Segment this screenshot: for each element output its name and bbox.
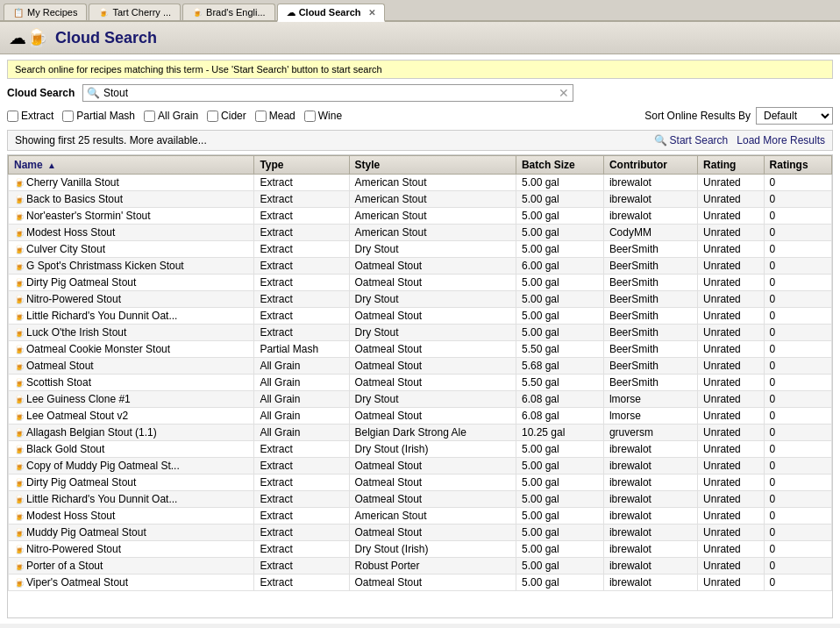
cell-type: All Grain <box>254 425 349 441</box>
sort-select[interactable]: Default Name Rating Batch Size <box>756 107 833 125</box>
start-search-button[interactable]: 🔍 Start Search <box>654 134 729 146</box>
cell-rating: Unrated <box>698 475 765 491</box>
table-row[interactable]: 🍺Black Gold StoutExtractDry Stout (Irish… <box>9 441 832 458</box>
col-header-type[interactable]: Type <box>254 156 349 175</box>
cell-contributor: ibrewalot <box>603 558 697 574</box>
col-header-name[interactable]: Name ▲ <box>9 156 254 175</box>
table-row[interactable]: 🍺Luck O'the Irish StoutExtractDry Stout5… <box>9 325 832 341</box>
table-row[interactable]: 🍺Little Richard's You Dunnit Oat...Extra… <box>9 308 832 325</box>
col-header-contributor[interactable]: Contributor <box>603 156 697 175</box>
cell-style: Dry Stout <box>349 241 516 258</box>
filter-partial-mash-label: Partial Mash <box>76 110 135 122</box>
table-row[interactable]: 🍺Culver City StoutExtractDry Stout5.00 g… <box>9 241 832 258</box>
tab-close-cloud-search[interactable]: ✕ <box>368 8 375 18</box>
clear-search-button[interactable]: ✕ <box>559 87 569 99</box>
table-row[interactable]: 🍺Back to Basics StoutExtractAmerican Sto… <box>9 191 832 208</box>
table-row[interactable]: 🍺Nitro-Powered StoutExtractDry Stout (Ir… <box>9 541 832 558</box>
cell-batch_size: 5.00 gal <box>516 475 603 491</box>
cell-name: 🍺Allagash Belgian Stout (1.1) <box>9 425 254 441</box>
cell-batch_size: 5.00 gal <box>516 508 603 525</box>
cell-style: American Stout <box>349 225 516 241</box>
cell-ratings: 0 <box>764 574 831 591</box>
sort-row: Sort Online Results By Default Name Rati… <box>644 107 833 125</box>
results-text: Showing first 25 results. More available… <box>15 134 645 146</box>
row-icon: 🍺 <box>14 278 25 288</box>
table-row[interactable]: 🍺Allagash Belgian Stout (1.1)All GrainBe… <box>9 425 832 441</box>
table-row[interactable]: 🍺Oatmeal Cookie Monster StoutPartial Mas… <box>9 341 832 358</box>
filter-cider-checkbox[interactable] <box>207 111 218 122</box>
row-icon: 🍺 <box>14 461 25 471</box>
cell-batch_size: 5.50 gal <box>516 375 603 391</box>
cell-contributor: BeerSmith <box>603 325 697 341</box>
search-input[interactable] <box>103 87 559 99</box>
cell-style: Oatmeal Stout <box>349 491 516 508</box>
search-icon: 🔍 <box>87 87 100 99</box>
cell-ratings: 0 <box>764 475 831 491</box>
table-row[interactable]: 🍺Nor'easter's Stormin' StoutExtractAmeri… <box>9 208 832 225</box>
cell-type: Extract <box>254 475 349 491</box>
filter-all-grain-checkbox[interactable] <box>144 111 155 122</box>
tab-tart-cherry[interactable]: 🍺 Tart Cherry ... <box>89 4 181 20</box>
filter-mead-checkbox[interactable] <box>255 111 267 122</box>
table-row[interactable]: 🍺Porter of a StoutExtractRobust Porter5.… <box>9 558 832 574</box>
cell-batch_size: 5.50 gal <box>516 341 603 358</box>
tab-cloud-search[interactable]: ☁ Cloud Search ✕ <box>277 4 385 22</box>
table-row[interactable]: 🍺Little Richard's You Dunnit Oat...Extra… <box>9 491 832 508</box>
cell-name: 🍺G Spot's Christmass Kicken Stout <box>9 258 254 275</box>
table-row[interactable]: 🍺Copy of Muddy Pig Oatmeal St...ExtractO… <box>9 458 832 475</box>
tab-brads-engli[interactable]: 🍺 Brad's Engli... <box>182 4 275 20</box>
table-row[interactable]: 🍺Scottish StoatAll GrainOatmeal Stout5.5… <box>9 375 832 391</box>
tab-my-recipes[interactable]: 📋 My Recipes <box>4 4 87 20</box>
cell-type: Extract <box>254 175 349 191</box>
cell-contributor: BeerSmith <box>603 341 697 358</box>
filter-wine[interactable]: Wine <box>304 110 342 122</box>
filter-mead[interactable]: Mead <box>255 110 295 122</box>
filter-extract-checkbox[interactable] <box>7 111 18 122</box>
table-row[interactable]: 🍺Modest Hoss StoutExtractAmerican Stout5… <box>9 508 832 525</box>
table-row[interactable]: 🍺Cherry Vanilla StoutExtractAmerican Sto… <box>9 175 832 191</box>
cell-batch_size: 10.25 gal <box>516 425 603 441</box>
table-row[interactable]: 🍺Lee Guiness Clone #1All GrainDry Stout6… <box>9 391 832 408</box>
table-row[interactable]: 🍺Nitro-Powered StoutExtractDry Stout5.00… <box>9 291 832 308</box>
cell-batch_size: 5.68 gal <box>516 358 603 375</box>
results-table-wrap: Name ▲ Type Style Batch Size <box>7 154 833 618</box>
col-header-rating[interactable]: Rating <box>698 156 765 175</box>
cell-batch_size: 5.00 gal <box>516 558 603 574</box>
cell-ratings: 0 <box>764 291 831 308</box>
filter-cider[interactable]: Cider <box>207 110 246 122</box>
cell-rating: Unrated <box>698 175 765 191</box>
row-icon: 🍺 <box>14 528 25 538</box>
row-icon: 🍺 <box>14 378 25 388</box>
row-icon: 🍺 <box>14 495 25 504</box>
table-row[interactable]: 🍺Muddy Pig Oatmeal StoutExtractOatmeal S… <box>9 525 832 541</box>
cell-style: Oatmeal Stout <box>349 258 516 275</box>
load-more-button[interactable]: Load More Results <box>737 134 825 146</box>
table-row[interactable]: 🍺Dirty Pig Oatmeal StoutExtractOatmeal S… <box>9 475 832 491</box>
cell-batch_size: 5.00 gal <box>516 574 603 591</box>
table-row[interactable]: 🍺Dirty Pig Oatmeal StoutExtractOatmeal S… <box>9 275 832 291</box>
filter-partial-mash-checkbox[interactable] <box>62 111 74 122</box>
cell-ratings: 0 <box>764 225 831 241</box>
cell-contributor: BeerSmith <box>603 308 697 325</box>
tab-label-my-recipes: My Recipes <box>27 7 77 18</box>
col-header-ratings[interactable]: Ratings <box>764 156 831 175</box>
table-row[interactable]: 🍺Viper's Oatmeal StoutExtractOatmeal Sto… <box>9 574 832 591</box>
table-row[interactable]: 🍺G Spot's Christmass Kicken StoutExtract… <box>9 258 832 275</box>
filter-extract[interactable]: Extract <box>7 110 53 122</box>
cell-name: 🍺Culver City Stout <box>9 241 254 258</box>
row-icon: 🍺 <box>14 395 25 404</box>
filter-all-grain[interactable]: All Grain <box>144 110 198 122</box>
cell-type: Extract <box>254 574 349 591</box>
cell-contributor: ibrewalot <box>603 541 697 558</box>
cell-name: 🍺Little Richard's You Dunnit Oat... <box>9 491 254 508</box>
table-row[interactable]: 🍺Modest Hoss StoutExtractAmerican Stout5… <box>9 225 832 241</box>
col-header-style[interactable]: Style <box>349 156 516 175</box>
filter-wine-checkbox[interactable] <box>304 111 316 122</box>
filter-partial-mash[interactable]: Partial Mash <box>62 110 135 122</box>
table-row[interactable]: 🍺Oatmeal StoutAll GrainOatmeal Stout5.68… <box>9 358 832 375</box>
cell-type: Partial Mash <box>254 341 349 358</box>
cell-type: Extract <box>254 525 349 541</box>
col-header-batch-size[interactable]: Batch Size <box>516 156 603 175</box>
cell-contributor: BeerSmith <box>603 241 697 258</box>
table-row[interactable]: 🍺Lee Oatmeal Stout v2All GrainOatmeal St… <box>9 408 832 425</box>
